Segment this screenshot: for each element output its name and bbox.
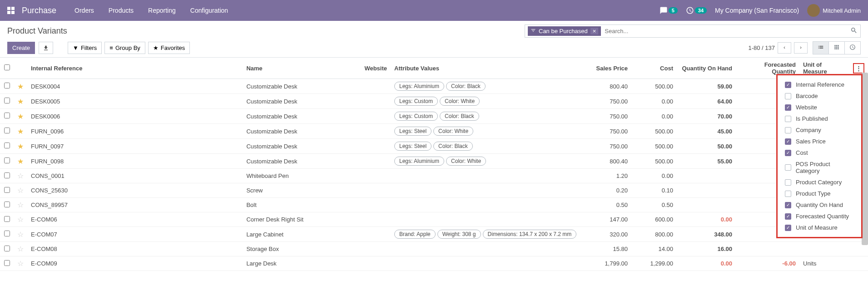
favorite-star[interactable]: ★ — [17, 83, 24, 90]
favorite-star[interactable]: ★ — [17, 143, 24, 150]
attribute-tag[interactable]: Legs: Steel — [394, 142, 432, 151]
table-row[interactable]: ☆CONS_0001Whiteboard Pen1.200.00 — [0, 169, 868, 183]
company-name[interactable]: My Company (San Francisco) — [715, 7, 799, 14]
dropdown-checkbox[interactable] — [785, 82, 791, 88]
export-button[interactable] — [39, 42, 53, 54]
favorite-star[interactable]: ☆ — [17, 187, 24, 194]
table-row[interactable]: ★FURN_0098Customizable DeskLegs: Alumini… — [0, 154, 868, 169]
col-qty[interactable]: Quantity On Hand — [677, 58, 736, 79]
dropdown-checkbox[interactable] — [785, 127, 791, 133]
row-checkbox[interactable] — [4, 98, 10, 103]
nav-reporting[interactable]: Reporting — [148, 7, 176, 14]
favorite-star[interactable]: ☆ — [17, 245, 24, 253]
favorite-star[interactable]: ★ — [17, 98, 24, 105]
attribute-tag[interactable]: Legs: Steel — [394, 127, 432, 136]
row-checkbox[interactable] — [4, 128, 10, 133]
dropdown-item[interactable]: Unit of Measure — [778, 222, 861, 233]
favorite-star[interactable]: ★ — [17, 113, 24, 120]
create-button[interactable]: Create — [7, 42, 35, 54]
row-checkbox[interactable] — [4, 187, 10, 193]
row-checkbox[interactable] — [4, 113, 10, 118]
app-brand[interactable]: Purchase — [22, 6, 56, 15]
col-website[interactable]: Website — [361, 58, 391, 79]
table-row[interactable]: ★DESK0004Customizable DeskLegs: Aluminiu… — [0, 79, 868, 94]
favorite-star[interactable]: ★ — [17, 157, 24, 165]
kanban-view-icon[interactable] — [828, 41, 845, 54]
attribute-tag[interactable]: Legs: Aluminium — [394, 157, 444, 166]
favorite-star[interactable]: ☆ — [17, 260, 24, 267]
dropdown-item[interactable]: Forecasted Quantity — [778, 211, 861, 222]
attribute-tag[interactable]: Color: White — [440, 97, 480, 106]
attribute-tag[interactable]: Color: Black — [440, 112, 479, 121]
table-row[interactable]: ☆E-COM09Large Desk1,799.001,299.000.00-6… — [0, 256, 868, 271]
dropdown-checkbox[interactable] — [785, 164, 791, 171]
row-checkbox[interactable] — [4, 260, 10, 266]
dropdown-checkbox[interactable] — [785, 93, 791, 99]
dropdown-checkbox[interactable] — [785, 104, 791, 111]
pager-prev[interactable] — [778, 42, 791, 54]
attribute-tag[interactable]: Weight: 308 g — [437, 230, 481, 239]
attribute-tag[interactable]: Dimensions: 134.7 x 200 x 7.2 mm — [483, 230, 577, 239]
table-row[interactable]: ★FURN_0096Customizable DeskLegs: SteelCo… — [0, 124, 868, 139]
dropdown-item[interactable]: Company — [778, 124, 861, 136]
col-name[interactable]: Name — [243, 58, 361, 79]
favorite-star[interactable]: ☆ — [17, 231, 24, 238]
col-ref[interactable]: Internal Reference — [27, 58, 243, 79]
row-checkbox[interactable] — [4, 83, 10, 88]
pager-next[interactable] — [794, 42, 808, 54]
dropdown-item[interactable]: POS Product Category — [778, 158, 861, 177]
scrollbar[interactable] — [862, 73, 868, 245]
attribute-tag[interactable]: Brand: Apple — [394, 230, 436, 239]
dropdown-checkbox[interactable] — [785, 138, 791, 145]
favorites-button[interactable]: ★ Favorites — [148, 42, 190, 54]
attribute-tag[interactable]: Legs: Aluminium — [394, 82, 444, 91]
attribute-tag[interactable]: Color: White — [446, 157, 486, 166]
messaging-icon[interactable]: 5 — [660, 6, 678, 15]
activity-view-icon[interactable] — [844, 41, 861, 54]
row-checkbox[interactable] — [4, 231, 10, 236]
nav-products[interactable]: Products — [109, 7, 134, 14]
groupby-button[interactable]: ≡ Group By — [104, 42, 145, 54]
dropdown-item[interactable]: Quantity On Hand — [778, 199, 861, 211]
pager-text[interactable]: 1-80 / 137 — [748, 44, 775, 51]
dropdown-item[interactable]: Product Category — [778, 177, 861, 188]
attribute-tag[interactable]: Color: Black — [446, 82, 486, 91]
dropdown-checkbox[interactable] — [785, 116, 791, 122]
dropdown-checkbox[interactable] — [785, 179, 791, 186]
row-checkbox[interactable] — [4, 157, 10, 163]
row-checkbox[interactable] — [4, 172, 10, 178]
attribute-tag[interactable]: Color: White — [433, 127, 473, 136]
attribute-tag[interactable]: Color: Black — [433, 142, 473, 151]
dropdown-item[interactable]: Internal Reference — [778, 79, 861, 90]
attribute-tag[interactable]: Legs: Custom — [394, 97, 438, 106]
table-row[interactable]: ★FURN_0097Customizable DeskLegs: SteelCo… — [0, 139, 868, 154]
activity-icon[interactable]: 34 — [686, 6, 707, 15]
dropdown-item[interactable]: Is Published — [778, 113, 861, 124]
dropdown-checkbox[interactable] — [785, 202, 791, 208]
nav-configuration[interactable]: Configuration — [190, 7, 228, 14]
attribute-tag[interactable]: Legs: Custom — [394, 112, 438, 121]
row-checkbox[interactable] — [4, 202, 10, 207]
favorite-star[interactable]: ☆ — [17, 172, 24, 180]
table-row[interactable]: ☆E-COM06Corner Desk Right Sit147.00600.0… — [0, 212, 868, 227]
table-row[interactable]: ☆CONS_89957Bolt0.500.50 — [0, 198, 868, 212]
search-box[interactable]: Can be Purchased × — [525, 25, 861, 38]
nav-orders[interactable]: Orders — [74, 7, 94, 14]
table-row[interactable]: ☆E-COM07Large CabinetBrand: AppleWeight:… — [0, 227, 868, 242]
dropdown-item[interactable]: Product Type — [778, 188, 861, 199]
dropdown-checkbox[interactable] — [785, 213, 791, 220]
user-menu[interactable]: Mitchell Admin — [807, 4, 861, 17]
dropdown-item[interactable]: Barcode — [778, 90, 861, 102]
favorite-star[interactable]: ☆ — [17, 216, 24, 223]
row-checkbox[interactable] — [4, 246, 10, 251]
row-checkbox[interactable] — [4, 143, 10, 148]
dropdown-checkbox[interactable] — [785, 225, 791, 231]
search-input[interactable] — [601, 26, 850, 36]
table-row[interactable]: ☆CONS_25630Screw0.200.10 — [0, 183, 868, 198]
search-icon[interactable] — [850, 27, 858, 35]
list-view-icon[interactable] — [813, 41, 829, 54]
row-checkbox[interactable] — [4, 216, 10, 222]
filter-chip-remove[interactable]: × — [590, 28, 599, 34]
col-price[interactable]: Sales Price — [586, 58, 631, 79]
dropdown-checkbox[interactable] — [785, 150, 791, 156]
